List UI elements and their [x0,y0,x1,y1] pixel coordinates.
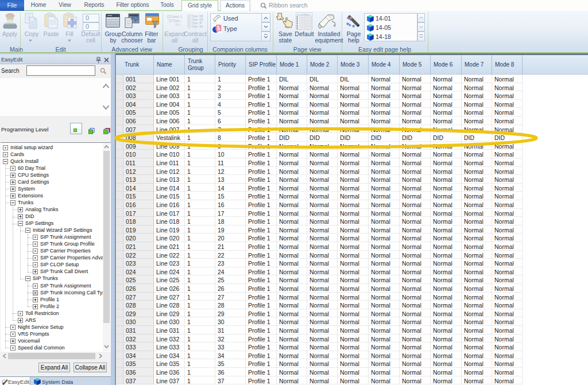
svg-text:001: 001 [175,23,180,26]
svg-text:yesu02jhd.m: yesu02jhd.m [297,13,311,16]
svg-text:Type:: Type: [173,19,181,22]
svg-text:Type: ML1: Type: ML1 [191,25,203,28]
svg-text:Used: 1: Used: 1 [171,15,182,18]
